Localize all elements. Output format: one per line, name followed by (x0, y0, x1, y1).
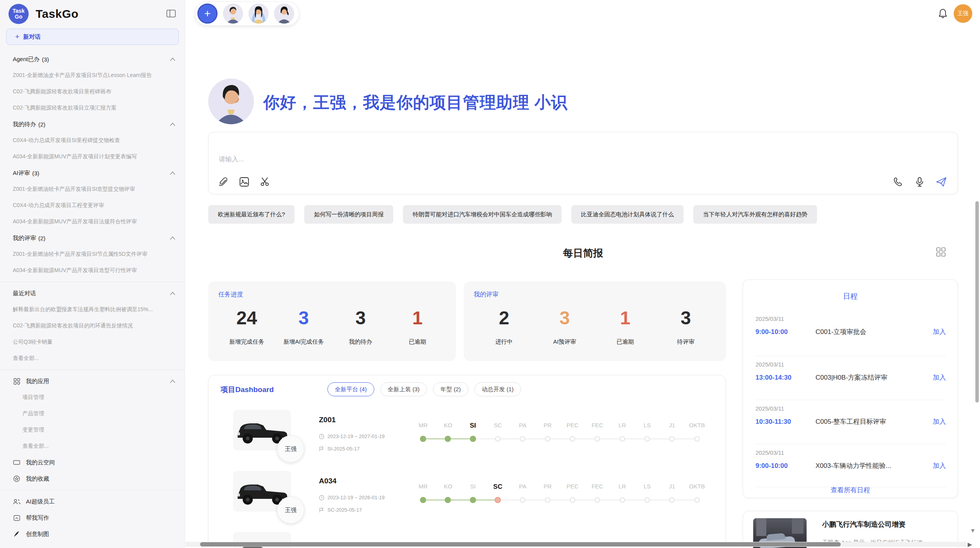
apps-view-all[interactable]: 查看全部... (0, 438, 185, 454)
chevron-up-icon (170, 236, 175, 240)
send-icon[interactable] (936, 176, 947, 187)
daily-briefing-title: 每日简报 (208, 247, 958, 260)
card-title: 任务进度 (218, 291, 446, 299)
sidebar-item[interactable]: A034-全新新能源MUV产品开发项目计划变更表编写 (0, 149, 185, 165)
app-logo: Task Go TaskGo (9, 4, 79, 24)
sidebar-group-ai-review[interactable]: AI评审(3) (0, 165, 185, 181)
horizontal-scrollbar[interactable] (200, 542, 841, 546)
logo-line1: Task (13, 8, 25, 14)
image-upload-icon[interactable] (239, 176, 250, 187)
suggestion-chip[interactable]: 特朗普可能对进口汽车增税会对中国车企造成哪些影响 (403, 205, 562, 224)
suggestion-chip[interactable]: 比亚迪全固态电池计划具体说了什么 (571, 205, 684, 224)
filter-pill[interactable]: 动总开发 (1) (475, 382, 521, 396)
add-session-button[interactable]: + (197, 3, 218, 24)
divider (756, 444, 946, 444)
project-code: Z001 (319, 416, 336, 424)
milestone-labels: MRKOSISCPAPRPECFECLRLSJ1OKTB (411, 422, 709, 430)
sidebar-item[interactable]: C02-飞腾新能源轻客改款项目里程碑画布 (0, 84, 185, 100)
recent-chats-view-all[interactable]: 查看全部... (0, 350, 185, 366)
schedule-entry: 2025/03/11 9:00-10:00 C001-立项审批会 加入 (756, 315, 946, 336)
microphone-icon[interactable] (914, 176, 925, 187)
sidebar-group-my-todo[interactable]: 我的待办(2) (0, 116, 185, 132)
sidebar-my-cloud[interactable]: 我的云空间 (0, 454, 185, 471)
sidebar-ai-employee[interactable]: AI超级员工 (0, 493, 185, 510)
milestone-dot-pending (495, 436, 500, 442)
milestone-dot-done (445, 436, 451, 442)
vertical-scrollbar[interactable] (975, 201, 979, 402)
avatar[interactable] (274, 3, 294, 24)
sidebar-my-apps[interactable]: 我的应用 (0, 373, 185, 389)
sidebar-collapse-icon[interactable] (166, 9, 176, 19)
avatar[interactable] (223, 3, 243, 24)
schedule-entry: 2025/03/11 10:30-11:30 C005-整车工程目标评审 加入 (756, 405, 946, 426)
milestone-dots (411, 435, 709, 443)
app-item-change-mgmt[interactable]: 变更管理 (0, 422, 185, 438)
milestone-dot-done (445, 497, 451, 503)
app-item-product-mgmt[interactable]: 产品管理 (0, 406, 185, 422)
dashboard-filters: 全新平台 (4) 全新上装 (3) 年型 (2) 动总开发 (1) (327, 382, 521, 396)
milestone-dot-pending (545, 436, 550, 442)
user-avatar[interactable]: 王强 (954, 4, 972, 23)
phone-call-icon[interactable] (893, 176, 903, 187)
metric: 3新增AI完成任务 (275, 307, 332, 346)
input-tools-left (218, 176, 271, 187)
sidebar-help-write[interactable]: 帮我写作 (0, 510, 185, 526)
sidebar-creative-draw[interactable]: 创意制图 (0, 526, 185, 542)
people-icon (13, 498, 21, 505)
view-all-schedule-link[interactable]: 查看所有日程 (743, 486, 958, 495)
join-link[interactable]: 加入 (933, 327, 946, 336)
recent-chat-item[interactable]: 公司Q3轻卡销量 (0, 334, 185, 350)
sidebar-my-favorites[interactable]: 我的收藏 (0, 471, 185, 487)
scissors-icon[interactable] (260, 176, 271, 187)
task-progress-card: 任务进度 24新增完成任务 3新增AI完成任务 3我的待办 1已逾期 (208, 281, 456, 361)
sidebar-item[interactable]: C0X4-动力总成开发项目SI里程碑提交物检查 (0, 132, 185, 149)
join-link[interactable]: 加入 (933, 417, 946, 426)
sidebar-item[interactable]: Z001-全新燃油皮卡产品开发项目SI节点Lesson Learn报告 (0, 67, 185, 84)
filter-pill[interactable]: 年型 (2) (433, 382, 468, 396)
notification-bell-icon[interactable] (937, 8, 948, 19)
sidebar-item[interactable]: A034-全新新能源MUV产品开发项目法规符合性评审 (0, 214, 185, 230)
greeting-text: 你好，王强，我是你的项目管理助理 小识 (263, 92, 568, 113)
milestone-dot-pending (570, 436, 575, 442)
chat-input[interactable] (219, 155, 838, 170)
filter-pill[interactable]: 全新上装 (3) (380, 382, 427, 396)
sidebar-group-agent-done[interactable]: Agent已办(3) (0, 51, 185, 67)
avatar[interactable] (248, 3, 269, 24)
project-dashboard-card: 项目Dashboard 全新平台 (4) 全新上装 (3) 年型 (2) 动总开… (208, 375, 726, 548)
milestone-track: MRKOSISCPAPRPECFECLRLSJ1OKTB (411, 483, 709, 504)
recent-chat-item[interactable]: 解释最新出台的欧盟报废车法规再生塑料比例被调至15%... (0, 301, 185, 318)
sidebar-item[interactable]: Z001-全新燃油轻卡产品开发项目SI节点属性5D文件评审 (0, 246, 185, 262)
milestone-dot-risk (495, 497, 501, 503)
schedule-card: 日程 2025/03/11 9:00-10:00 C001-立项审批会 加入 2… (743, 279, 958, 498)
sidebar-item[interactable]: C02-飞腾新能源轻客改款项目立项汇报方案 (0, 100, 185, 116)
join-link[interactable]: 加入 (933, 461, 946, 470)
sidebar-item[interactable]: A034-全新新能源MUV产品开发项目造型可行性评审 (0, 262, 185, 279)
logo-line2: Go (15, 14, 22, 20)
filter-pill[interactable]: 全新平台 (4) (327, 382, 374, 396)
join-link[interactable]: 加入 (933, 373, 946, 382)
attachment-icon[interactable] (218, 176, 229, 187)
suggestion-chip[interactable]: 欧洲新规最近颁布了什么? (208, 205, 295, 224)
sidebar-group-my-review[interactable]: 我的评审(2) (0, 230, 185, 246)
suggestion-chip[interactable]: 如何写一份清晰的项目周报 (304, 205, 393, 224)
layout-grid-icon[interactable] (936, 247, 946, 257)
new-chat-button[interactable]: + 新对话 (6, 29, 179, 45)
project-node: SC-2025-05-17 (319, 507, 362, 513)
sidebar-group-recent-chats[interactable]: 最近对话 (0, 285, 185, 301)
schedule-entry: 2025/03/11 13:00-14:30 C003|H0B-方案冻结评审 加… (756, 361, 946, 382)
suggestion-chip[interactable]: 当下年轻人对汽车外观有怎样的喜好趋势 (693, 205, 817, 224)
news-title: 小鹏飞行汽车制造公司增资 (822, 520, 950, 529)
milestone-dot-done (470, 497, 476, 503)
recent-chat-item[interactable]: C02-飞腾新能源轻客改款项目的闭环通告反馈情况 (0, 318, 185, 334)
metric: 2进行中 (474, 307, 535, 346)
sidebar-item[interactable]: Z001-全新燃油轻卡产品开发项目SI造型提交物评审 (0, 181, 185, 197)
session-switcher: + (195, 2, 299, 26)
scroll-down-arrow[interactable]: ▼ (970, 527, 976, 534)
scroll-right-arrow[interactable]: ▶ (968, 541, 972, 548)
clock-icon (319, 495, 324, 500)
metric: 1已逾期 (389, 307, 446, 346)
sidebar-item[interactable]: C0X4-动力总成开发项目工程变更评审 (0, 197, 185, 214)
dashboard-title: 项目Dashboard (221, 385, 274, 395)
app-item-project-mgmt[interactable]: 项目管理 (0, 389, 185, 406)
app-window: Task Go TaskGo + 新对话 Agent已办(3) Z001-全新燃… (0, 0, 980, 548)
